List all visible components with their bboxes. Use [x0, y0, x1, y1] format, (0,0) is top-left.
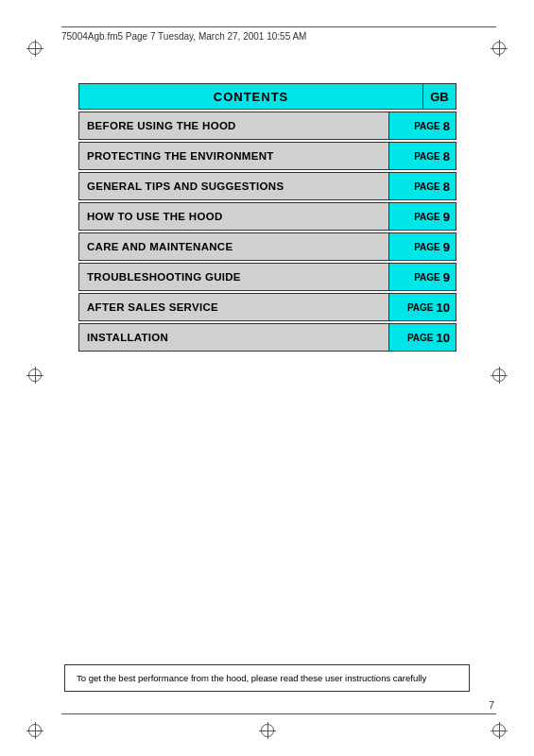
toc-row-label-text: PROTECTING THE ENVIRONMENT: [87, 150, 274, 162]
toc-row-page-word: PAGE: [414, 212, 440, 222]
toc-row-label: INSTALLATION: [78, 323, 388, 352]
toc-row-label-text: HOW TO USE THE HOOD: [87, 211, 223, 222]
toc-row-page-num: 9: [443, 240, 450, 254]
toc-row-page-word: PAGE: [407, 333, 434, 343]
crosshair-bottom-left: [26, 722, 43, 739]
crosshair-bottom-right: [491, 722, 508, 739]
toc-row: AFTER SALES SERVICEPAGE10: [78, 293, 456, 321]
toc-row-page: PAGE9: [388, 202, 456, 231]
crosshair-top-left: [26, 40, 43, 57]
toc-row-label: HOW TO USE THE HOOD: [78, 202, 388, 231]
header-bar: 75004Agb.fm5 Page 7 Tuesday, March 27, 2…: [61, 26, 496, 42]
toc-row-page: PAGE9: [388, 263, 456, 291]
page-number: 7: [489, 699, 494, 711]
toc-row: HOW TO USE THE HOODPAGE9: [78, 202, 456, 231]
toc-row: CARE AND MAINTENANCEPAGE9: [78, 232, 456, 261]
toc-row-page-num: 8: [443, 180, 450, 194]
toc-row-page-num: 10: [437, 331, 450, 345]
toc-row-label-text: GENERAL TIPS AND SUGGESTIONS: [87, 180, 284, 192]
toc-row: GENERAL TIPS AND SUGGESTIONSPAGE8: [78, 172, 456, 200]
contents-gb-label: GB: [430, 90, 449, 104]
toc-row-page-num: 8: [443, 119, 450, 133]
toc-row-page-word: PAGE: [414, 121, 440, 131]
toc-row-page-word: PAGE: [414, 151, 440, 162]
contents-header: CONTENTS GB: [78, 83, 456, 110]
toc-row-label: AFTER SALES SERVICE: [78, 293, 388, 321]
toc-row-page: PAGE8: [388, 172, 456, 200]
toc-row-label: GENERAL TIPS AND SUGGESTIONS: [78, 172, 388, 200]
footer-note: To get the best performance from the hoo…: [64, 664, 470, 692]
toc-row-page-num: 10: [437, 301, 450, 315]
toc-row-label: CARE AND MAINTENANCE: [78, 232, 388, 261]
toc-row-label: TROUBLESHOOTING GUIDE: [78, 263, 388, 291]
footer-note-text: To get the best performance from the hoo…: [77, 673, 426, 683]
toc-row: TROUBLESHOOTING GUIDEPAGE9: [78, 263, 456, 291]
toc-row-page-num: 8: [443, 149, 450, 163]
contents-gb-cell: GB: [422, 83, 456, 110]
toc-row-page-word: PAGE: [414, 242, 440, 252]
header-filename: 75004Agb.fm5 Page 7 Tuesday, March 27, 2…: [61, 31, 306, 42]
toc-row-page: PAGE9: [388, 232, 456, 261]
toc-row-page-word: PAGE: [407, 302, 434, 313]
bottom-line: [61, 713, 496, 714]
toc-row-label: BEFORE USING THE HOOD: [78, 112, 388, 140]
page: 75004Agb.fm5 Page 7 Tuesday, March 27, 2…: [0, 0, 534, 756]
toc-container: BEFORE USING THE HOODPAGE8PROTECTING THE…: [78, 112, 456, 352]
toc-row-page: PAGE8: [388, 142, 456, 170]
toc-row-label-text: TROUBLESHOOTING GUIDE: [87, 271, 241, 283]
toc-row-page-word: PAGE: [414, 181, 440, 192]
crosshair-bottom-center: [259, 722, 276, 739]
toc-row-page-num: 9: [443, 270, 450, 284]
toc-row: BEFORE USING THE HOODPAGE8: [78, 112, 456, 140]
toc-row-label-text: CARE AND MAINTENANCE: [87, 241, 233, 252]
toc-row: INSTALLATIONPAGE10: [78, 323, 456, 352]
toc-row-page-num: 9: [443, 210, 450, 224]
content-area: CONTENTS GB BEFORE USING THE HOODPAGE8PR…: [78, 83, 456, 353]
toc-row-page: PAGE10: [388, 323, 456, 352]
contents-title-cell: CONTENTS: [78, 83, 422, 110]
toc-row-label: PROTECTING THE ENVIRONMENT: [78, 142, 388, 170]
toc-row-page: PAGE8: [388, 112, 456, 140]
crosshair-top-right: [491, 40, 508, 57]
toc-row-page-word: PAGE: [414, 272, 440, 283]
contents-title: CONTENTS: [214, 90, 289, 104]
toc-row-label-text: AFTER SALES SERVICE: [87, 301, 218, 313]
toc-row-label-text: INSTALLATION: [87, 332, 168, 343]
toc-row: PROTECTING THE ENVIRONMENTPAGE8: [78, 142, 456, 170]
crosshair-mid-left: [26, 367, 43, 384]
crosshair-mid-right: [491, 367, 508, 384]
toc-row-page: PAGE10: [388, 293, 456, 321]
toc-row-label-text: BEFORE USING THE HOOD: [87, 120, 236, 131]
